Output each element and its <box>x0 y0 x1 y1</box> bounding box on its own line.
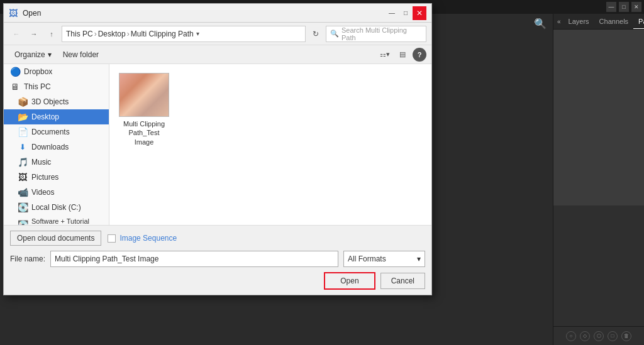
ps-path-icon-1[interactable]: ○ <box>566 331 576 341</box>
dialog-action-row: Open Cancel <box>10 272 425 290</box>
organize-button[interactable]: Organize ▾ <box>9 48 57 62</box>
search-box[interactable]: 🔍 Search Multi Clipping Path <box>326 26 426 42</box>
ps-path-icon-3[interactable]: ⬡ <box>594 331 604 341</box>
sidebar-item-3d-objects[interactable]: 📦 3D Objects <box>4 94 109 109</box>
ps-path-icon-4[interactable]: □ <box>608 331 618 341</box>
sidebar-item-software-d[interactable]: 💽 Software + Tutorial (D:) <box>4 215 109 225</box>
image-sequence-text: Image Sequence <box>119 234 177 243</box>
sidebar-label-desktop: Desktop <box>31 112 59 121</box>
dialog-title-icon: 🖼 <box>9 8 19 18</box>
sidebar-label-local-c: Local Disk (C:) <box>31 203 81 212</box>
address-dropdown-icon[interactable]: ▾ <box>196 30 209 37</box>
dialog-maximize-btn[interactable]: □ <box>399 6 413 20</box>
forward-button[interactable]: → <box>26 26 42 41</box>
sidebar-label-documents: Documents <box>31 128 70 136</box>
breadcrumb-folder[interactable]: Multi Clipping Path <box>131 30 194 38</box>
music-icon: 🎵 <box>18 157 28 167</box>
format-label: All Formats <box>348 255 386 263</box>
dialog-titlebar: 🖼 Open — □ ✕ <box>4 4 431 23</box>
up-button[interactable]: ↑ <box>44 26 59 41</box>
file-thumbnail-image <box>119 74 169 116</box>
refresh-button[interactable]: ↻ <box>308 26 323 41</box>
sidebar-label-dropbox: Dropbox <box>24 67 52 76</box>
sidebar-item-downloads[interactable]: ⬇ Downloads <box>4 140 109 155</box>
sidebar-item-this-pc[interactable]: 🖥 This PC <box>4 79 109 94</box>
format-dropdown-icon: ▾ <box>417 255 421 263</box>
dialog-main: 🔵 Dropbox 🖥 This PC 📦 3D Objects 📂 Deskt… <box>4 64 431 225</box>
ps-collapse-btn[interactable]: « <box>555 16 564 28</box>
view-toggle-btn[interactable]: ⚏▾ <box>377 47 392 62</box>
tab-paths[interactable]: Paths <box>633 14 644 29</box>
sidebar-label-software-d: Software + Tutorial (D:) <box>31 217 103 225</box>
ps-restore-btn[interactable]: □ <box>619 2 629 12</box>
ps-panel-footer: ○ ◇ ⬡ □ 🗑 <box>553 326 644 345</box>
organize-dropdown-icon: ▾ <box>48 50 52 59</box>
new-folder-button[interactable]: New folder <box>57 48 104 62</box>
file-name: Multi Clipping Path_Test Image <box>118 119 170 146</box>
dialog-close-btn[interactable]: ✕ <box>413 6 426 20</box>
sidebar-label-pictures: Pictures <box>31 173 58 182</box>
view-details-btn[interactable]: ▤ <box>395 47 410 62</box>
open-cloud-documents-button[interactable]: Open cloud documents <box>10 231 101 246</box>
3d-objects-icon: 📦 <box>18 97 28 107</box>
file-open-dialog: 🖼 Open — □ ✕ ← → ↑ This PC › Desktop › M… <box>3 3 432 295</box>
dialog-bottom-row: File name: All Formats ▾ <box>10 251 425 267</box>
ps-close-btn[interactable]: ✕ <box>631 2 641 12</box>
breadcrumb-desktop[interactable]: Desktop <box>98 30 126 38</box>
dialog-bottom-top: Open cloud documents Image Sequence <box>10 231 425 246</box>
search-icon: 🔍 <box>330 30 339 38</box>
breadcrumb-pc[interactable]: This PC <box>66 30 93 38</box>
list-item[interactable]: Multi Clipping Path_Test Image <box>116 70 172 149</box>
sidebar-label-3d-objects: 3D Objects <box>31 97 69 106</box>
sidebar-label-this-pc: This PC <box>24 82 51 91</box>
organize-bar: Organize ▾ New folder ⚏▾ ▤ ? <box>4 45 431 64</box>
ps-right-panel: « Layers Channels Paths ≡ ○ ◇ ⬡ □ 🗑 <box>553 14 644 345</box>
downloads-icon: ⬇ <box>18 142 28 152</box>
sidebar-item-dropbox[interactable]: 🔵 Dropbox <box>4 64 109 79</box>
search-placeholder: Search Multi Clipping Path <box>341 26 422 41</box>
ps-path-icon-5[interactable]: 🗑 <box>621 331 631 341</box>
tab-layers[interactable]: Layers <box>564 14 594 28</box>
sidebar-label-downloads: Downloads <box>31 143 69 151</box>
open-button[interactable]: Open <box>324 272 375 290</box>
dialog-minimize-btn[interactable]: — <box>385 6 399 20</box>
address-bar[interactable]: This PC › Desktop › Multi Clipping Path … <box>62 26 306 42</box>
sidebar-label-music: Music <box>31 158 51 167</box>
sidebar-item-music[interactable]: 🎵 Music <box>4 155 109 170</box>
sidebar-item-desktop[interactable]: 📂 Desktop <box>4 109 109 124</box>
videos-icon: 📹 <box>18 187 28 197</box>
ps-panel-tabs: « Layers Channels Paths ≡ <box>553 14 644 30</box>
ps-search-icon[interactable]: 🔍 <box>531 14 550 33</box>
sidebar-item-videos[interactable]: 📹 Videos <box>4 185 109 200</box>
local-disk-c-icon: 💽 <box>18 202 28 212</box>
sidebar-label-videos: Videos <box>31 188 54 197</box>
help-button[interactable]: ? <box>413 48 426 62</box>
organize-label: Organize <box>14 50 45 59</box>
sidebar-item-documents[interactable]: 📄 Documents <box>4 124 109 140</box>
dialog-toolbar: ← → ↑ This PC › Desktop › Multi Clipping… <box>4 23 431 45</box>
this-pc-icon: 🖥 <box>10 82 20 92</box>
sidebar-item-local-c[interactable]: 💽 Local Disk (C:) <box>4 200 109 215</box>
tab-channels[interactable]: Channels <box>594 14 633 28</box>
back-button[interactable]: ← <box>9 26 24 41</box>
image-sequence-label[interactable]: Image Sequence <box>108 234 177 243</box>
dialog-title: Open <box>23 9 385 18</box>
sidebar-item-pictures[interactable]: 🖼 Pictures <box>4 170 109 185</box>
cancel-button[interactable]: Cancel <box>380 273 425 289</box>
desktop-icon: 📂 <box>18 112 28 122</box>
ps-paths-content <box>553 30 644 205</box>
view-icons: ⚏▾ ▤ ? <box>377 47 426 62</box>
ps-minimize-btn[interactable]: — <box>606 2 616 12</box>
format-dropdown[interactable]: All Formats ▾ <box>343 251 425 267</box>
ps-path-icon-2[interactable]: ◇ <box>580 331 590 341</box>
documents-icon: 📄 <box>18 127 28 137</box>
breadcrumb: This PC › Desktop › Multi Clipping Path <box>66 30 194 38</box>
file-name-label: File name: <box>10 255 45 263</box>
dropbox-icon: 🔵 <box>10 67 20 77</box>
software-d-icon: 💽 <box>18 220 28 225</box>
file-name-input[interactable] <box>50 251 338 267</box>
image-sequence-checkbox[interactable] <box>108 234 116 243</box>
file-grid: Multi Clipping Path_Test Image <box>116 70 425 149</box>
file-area: Multi Clipping Path_Test Image <box>109 64 431 225</box>
dialog-bottom: Open cloud documents Image Sequence File… <box>4 225 431 295</box>
